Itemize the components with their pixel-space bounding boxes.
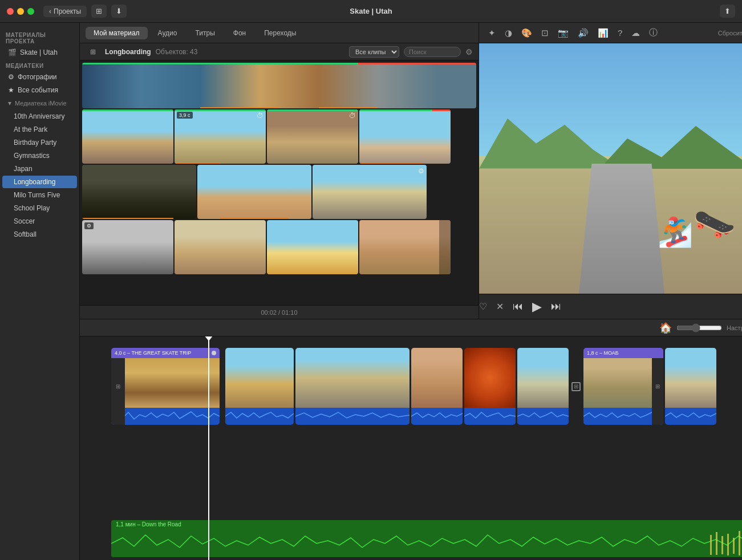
- video-clip-3[interactable]: [295, 348, 409, 425]
- clip-count: Объектов: 43: [156, 48, 198, 56]
- browser-panel: Мой материал Аудио Титры Фон Переходы ⊞ …: [80, 23, 479, 319]
- sidebar-item-schoolplay[interactable]: School Play: [2, 202, 77, 214]
- color-tool-button[interactable]: ◑: [502, 27, 514, 39]
- clip-thumb-9[interactable]: [175, 220, 266, 274]
- video-clip-5[interactable]: [464, 348, 516, 425]
- video-clip-8[interactable]: [665, 348, 716, 425]
- clip-thumb-11[interactable]: [359, 220, 451, 274]
- wand-tool-button[interactable]: ✦: [486, 27, 498, 39]
- clip-gap-1: [221, 348, 224, 425]
- back-button[interactable]: ‹ Проекты: [43, 6, 87, 17]
- close-button[interactable]: [7, 8, 14, 15]
- project-section-title: МАТЕРИАЛЫ ПРОЕКТА: [0, 29, 79, 46]
- tab-transitions[interactable]: Переходы: [256, 27, 304, 39]
- audio-tool-button[interactable]: 🔊: [575, 27, 591, 39]
- sidebar-item-project[interactable]: 🎬 Skate | Utah: [2, 46, 77, 59]
- all-events-label: Все события: [18, 86, 58, 94]
- audio-clip[interactable]: 1,1 мин – Down the Road // This won't ru…: [111, 520, 742, 557]
- sidebar-item-japan[interactable]: Japan: [2, 163, 77, 175]
- reject-button[interactable]: ✕: [496, 301, 504, 312]
- grid-view-button[interactable]: ⊞: [86, 46, 100, 58]
- timeline-area: 🏠 Настройки 4,0 с – THE: [80, 319, 742, 560]
- playhead: [208, 336, 209, 560]
- tab-audio[interactable]: Аудио: [150, 27, 185, 39]
- sidebar-item-atpark[interactable]: At the Park: [2, 123, 77, 136]
- question-tool-button[interactable]: ?: [615, 27, 625, 39]
- clip-6-thumbnail: [517, 348, 569, 408]
- gear-icon: ⚙: [8, 73, 14, 81]
- clip-thumb-7[interactable]: ⚙: [313, 165, 427, 219]
- clip-thumb-1[interactable]: [82, 109, 173, 164]
- skater-figure-2: 🏂: [658, 216, 693, 249]
- sidebar-item-gymnastics[interactable]: Gymnastics: [2, 149, 77, 162]
- item-label: School Play: [14, 204, 50, 212]
- clip-thumb-10[interactable]: [267, 220, 358, 274]
- clip-1-waveform: [111, 408, 220, 425]
- clip-thumb-6[interactable]: [197, 165, 311, 219]
- reset-button[interactable]: Сбросить все: [718, 30, 742, 36]
- export-button[interactable]: ⬆: [720, 5, 735, 18]
- clip-5-waveform: [464, 408, 516, 425]
- clip-thumb-3[interactable]: ⏱: [267, 109, 358, 164]
- favorite-button[interactable]: ♡: [479, 301, 487, 312]
- chart-tool-button[interactable]: 📊: [595, 27, 611, 39]
- crop-tool-button[interactable]: ⊡: [539, 27, 551, 39]
- clip-thumb-8[interactable]: ⚙: [82, 220, 173, 274]
- sidebar-item-all-events[interactable]: ★ Все события: [2, 84, 77, 96]
- clip-thumb-2[interactable]: 3,9 с ⏱: [175, 109, 266, 164]
- filter-select[interactable]: Все клипы: [349, 46, 399, 58]
- item-label: Birthday Party: [14, 139, 56, 147]
- sidebar-item-longboarding[interactable]: Longboarding: [2, 176, 77, 188]
- sidebar: МАТЕРИАЛЫ ПРОЕКТА 🎬 Skate | Utah МЕДИАТЕ…: [0, 23, 80, 560]
- sidebar-item-birthday[interactable]: Birthday Party: [2, 136, 77, 149]
- zoom-slider[interactable]: [676, 323, 722, 332]
- transition-icon[interactable]: ⊞: [570, 348, 582, 425]
- palette-tool-button[interactable]: 🎨: [519, 27, 534, 39]
- sidebar-item-softball[interactable]: Softball: [2, 228, 77, 241]
- video-clip-4[interactable]: [411, 348, 463, 425]
- settings-icon-button[interactable]: ⚙: [465, 47, 473, 56]
- tab-my-material[interactable]: Мой материал: [86, 27, 148, 39]
- waveform-svg-2: [225, 408, 294, 425]
- info-tool-button[interactable]: ⓘ: [647, 26, 660, 39]
- waveform-svg-4: [411, 408, 463, 425]
- camera-tool-button[interactable]: 📷: [556, 27, 571, 39]
- noise-tool-button[interactable]: ☁: [629, 27, 642, 39]
- waveform-svg-6: [517, 408, 569, 425]
- sidebar-item-10th[interactable]: 10th Anniversary: [2, 110, 77, 123]
- clip-3-waveform: [295, 408, 409, 425]
- sidebar-item-photos[interactable]: ⚙ Фотографии: [2, 71, 77, 83]
- video-clip-2[interactable]: [225, 348, 294, 425]
- sidebar-item-soccer[interactable]: Soccer: [2, 215, 77, 228]
- clip-2-waveform: [225, 408, 294, 425]
- clip-strip-row1[interactable]: [82, 63, 476, 108]
- play-pause-button[interactable]: ▶: [532, 299, 542, 314]
- library-view-button[interactable]: ⊞: [91, 5, 107, 18]
- video-clip-6[interactable]: [517, 348, 569, 425]
- clip-thumb-5[interactable]: [82, 165, 196, 219]
- video-clip-1[interactable]: 4,0 с – THE GREAT SKATE TRIP ⊞: [111, 348, 220, 425]
- svg-rect-5: [733, 538, 735, 554]
- clip-4-thumbnail: [411, 348, 463, 408]
- timeline-content[interactable]: 4,0 с – THE GREAT SKATE TRIP ⊞: [80, 336, 742, 560]
- status-bar: 00:02 / 01:10: [80, 305, 479, 319]
- project-label: Skate | Utah: [20, 48, 58, 56]
- import-button[interactable]: ⬇: [111, 5, 127, 18]
- clip-thumb-4[interactable]: [359, 109, 451, 164]
- back-label: Проекты: [54, 7, 81, 15]
- video-clip-7[interactable]: 1,8 с – МОАБ ⊞: [583, 348, 663, 425]
- waveform-svg: [111, 408, 220, 425]
- timeline-toolbar: 🏠 Настройки: [80, 319, 742, 336]
- sidebar-item-imovie-library[interactable]: ▾ Медиатека iMovie: [2, 97, 77, 109]
- maximize-button[interactable]: [27, 8, 34, 15]
- window-title: Skate | Utah: [350, 7, 392, 15]
- sidebar-item-milo[interactable]: Milo Turns Five: [2, 189, 77, 201]
- search-input[interactable]: [404, 47, 461, 57]
- skip-back-button[interactable]: ⏮: [513, 301, 523, 313]
- skip-forward-button[interactable]: ⏭: [551, 301, 561, 313]
- audio-title: 1,1 мин – Down the Road: [116, 521, 181, 527]
- tab-background[interactable]: Фон: [225, 27, 254, 39]
- minimize-button[interactable]: [17, 8, 24, 15]
- item-label: Softball: [14, 230, 37, 238]
- tab-titles[interactable]: Титры: [187, 27, 222, 39]
